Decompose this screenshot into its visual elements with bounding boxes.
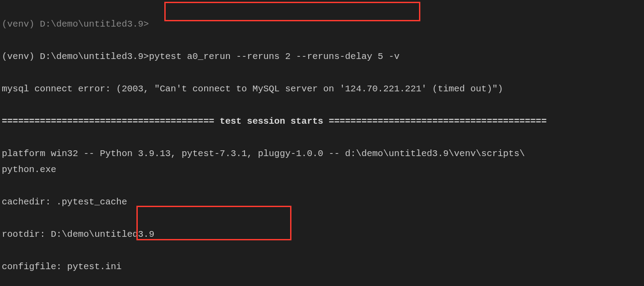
shell-prompt: (venv) D:\demo\untitled3.9> [2,51,149,62]
rootdir-line: rootdir: D:\demo\untitled3.9 [2,227,641,243]
mysql-error-line: mysql connect error: (2003, "Can't conne… [2,81,641,98]
command-text: pytest a0_rerun --reruns 2 --reruns-dela… [149,51,400,62]
cachedir-line: cachedir: .pytest_cache [2,194,641,211]
platform-line: platform win32 -- Python 3.9.13, pytest-… [2,146,641,178]
session-divider: ======================================= … [2,114,641,130]
configfile-line: configfile: pytest.ini [2,259,641,275]
terminal-output[interactable]: (venv) D:\demo\untitled3.9> (venv) D:\de… [0,0,644,286]
prev-prompt: (venv) D:\demo\untitled3.9> [2,19,149,29]
